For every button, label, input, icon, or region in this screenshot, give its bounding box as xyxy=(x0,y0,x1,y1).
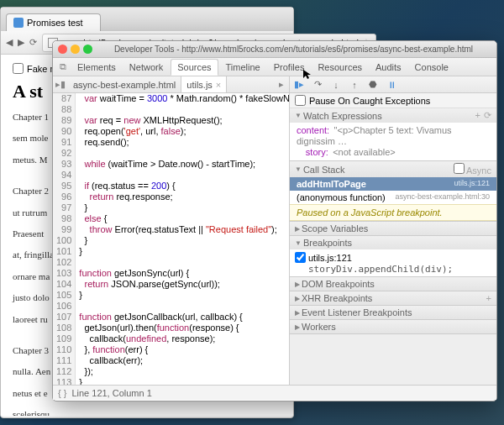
step-out-icon[interactable]: ↑ xyxy=(349,80,360,90)
status-bar: { } Line 121, Column 1 xyxy=(53,385,496,400)
watch-body: content: "<p>Chapter 5 text: Vivamus dig… xyxy=(290,123,496,160)
callstack-header[interactable]: ▼Call Stack Async xyxy=(290,161,496,177)
editor-tabs: ▸▮ async-best-example.html utils.js× ▸ xyxy=(53,76,289,93)
tab-elements[interactable]: Elements xyxy=(71,60,122,75)
step-into-icon[interactable]: ↓ xyxy=(330,80,342,90)
refresh-watch-icon[interactable]: ⟳ xyxy=(484,110,491,121)
favicon-icon xyxy=(13,18,24,28)
breakpoint-row[interactable]: utils.js:121 xyxy=(295,251,491,264)
callstack-row[interactable]: addHtmlToPageutils.js:121 xyxy=(290,177,496,191)
cursor-position: Line 121, Column 1 xyxy=(71,388,151,398)
callstack-row[interactable]: (anonymous function)async-best-example.h… xyxy=(290,191,496,204)
tab-sources[interactable]: Sources xyxy=(171,59,218,76)
tab-resources[interactable]: Resources xyxy=(312,60,368,75)
add-xhr-bp-icon[interactable]: + xyxy=(486,293,491,303)
watch-header[interactable]: ▼Watch Expressions+⟳ xyxy=(290,108,496,123)
bp-checkbox[interactable] xyxy=(295,252,306,263)
line-gutter: 8788899091929394959697989910010110210310… xyxy=(53,93,76,385)
resume-icon[interactable]: ▮▸ xyxy=(293,79,305,90)
add-watch-icon[interactable]: + xyxy=(475,110,480,121)
editor-tab[interactable]: utils.js× xyxy=(181,76,227,92)
scope-header[interactable]: ▶Scope Variables xyxy=(290,222,496,235)
browser-tab[interactable]: Promises test xyxy=(6,13,101,31)
step-over-icon[interactable]: ↷ xyxy=(312,79,323,90)
reload-button[interactable]: ⟳ xyxy=(29,34,37,51)
tab-audits[interactable]: Audits xyxy=(370,60,407,75)
navigator-icon[interactable]: ▸▮ xyxy=(53,79,68,90)
code-lines: var waitTime = 3000 * Math.random() * fa… xyxy=(76,93,289,385)
tab-network[interactable]: Network xyxy=(123,60,169,75)
close-tab-icon[interactable]: × xyxy=(216,80,221,90)
devtools-window: Developer Tools - http://www.html5rocks.… xyxy=(52,40,497,401)
inspect-icon[interactable]: ⧉ xyxy=(56,61,70,72)
forward-button[interactable]: ▶ xyxy=(18,34,24,51)
breakpoints-header[interactable]: ▼Breakpoints xyxy=(290,236,496,249)
xhr-bp-header[interactable]: ▶XHR Breakpoints+ xyxy=(290,291,496,305)
window-title: Developer Tools - http://www.html5rocks.… xyxy=(96,45,491,54)
pause-caught-checkbox[interactable] xyxy=(295,95,306,106)
format-icon[interactable]: { } xyxy=(58,388,66,398)
zoom-icon[interactable] xyxy=(83,45,92,54)
back-button[interactable]: ◀ xyxy=(6,34,13,51)
workers-header[interactable]: ▶Workers xyxy=(290,320,496,333)
source-editor: ▸▮ async-best-example.html utils.js× ▸ 8… xyxy=(53,76,290,385)
pause-on-caught[interactable]: Pause On Caught Exceptions xyxy=(290,93,496,108)
minimize-icon[interactable] xyxy=(71,45,80,54)
paused-message: Paused on a JavaScript breakpoint. xyxy=(290,204,496,221)
tab-title: Promises test xyxy=(27,18,83,28)
debugger-panel: ▮▸ ↷ ↓ ↑ ⬣ ⏸ Pause On Caught Exceptions … xyxy=(290,76,496,385)
browser-tabstrip: Promises test xyxy=(1,8,293,31)
devtools-titlebar[interactable]: Developer Tools - http://www.html5rocks.… xyxy=(53,41,496,58)
async-checkbox[interactable]: Async xyxy=(454,163,491,176)
code-area[interactable]: 8788899091929394959697989910010110210310… xyxy=(53,93,289,385)
tab-profiles[interactable]: Profiles xyxy=(268,60,311,75)
debugger-toolbar: ▮▸ ↷ ↓ ↑ ⬣ ⏸ xyxy=(290,76,496,93)
deactivate-bp-icon[interactable]: ⬣ xyxy=(367,79,379,90)
editor-tab[interactable]: async-best-example.html xyxy=(68,76,181,92)
more-icon[interactable]: ▸ xyxy=(274,79,289,90)
event-bp-header[interactable]: ▶Event Listener Breakpoints xyxy=(290,306,496,319)
devtools-tabs: ⧉ Elements Network Sources Timeline Prof… xyxy=(53,58,496,76)
dom-bp-header[interactable]: ▶DOM Breakpoints xyxy=(290,277,496,291)
tab-console[interactable]: Console xyxy=(409,60,454,75)
pause-exception-icon[interactable]: ⏸ xyxy=(386,80,397,90)
close-icon[interactable] xyxy=(58,45,67,54)
tab-timeline[interactable]: Timeline xyxy=(220,60,266,75)
